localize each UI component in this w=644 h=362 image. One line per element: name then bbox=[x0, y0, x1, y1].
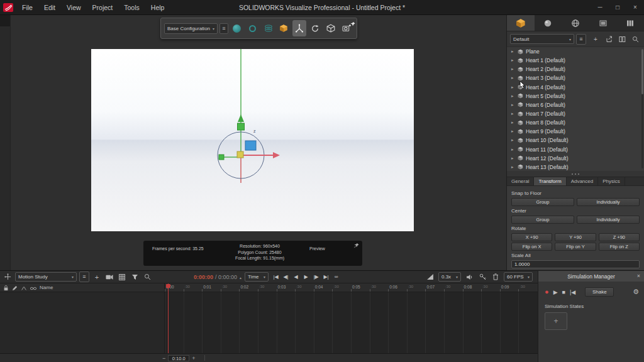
gizmo-x-handle[interactable] bbox=[219, 155, 224, 160]
add-camera-keyframe-button[interactable] bbox=[104, 272, 114, 282]
rotate-button[interactable]: Z +90 bbox=[599, 233, 640, 241]
scene-tree-item[interactable]: ▸ Heart 4 (Default) bbox=[507, 83, 644, 92]
left-panel-toggle[interactable] bbox=[0, 15, 10, 26]
shake-button[interactable]: Shake bbox=[585, 287, 614, 297]
tab-appearances[interactable] bbox=[535, 15, 562, 31]
edit-pencil-icon[interactable] bbox=[12, 282, 18, 293]
maximize-button[interactable]: □ bbox=[609, 0, 626, 15]
expand-arrow-icon[interactable]: ▸ bbox=[511, 120, 515, 125]
timeline-duration-input[interactable]: 0:10.0 bbox=[168, 355, 189, 361]
scene-tree-item[interactable]: ▸ Heart 3 (Default) bbox=[507, 74, 644, 82]
zoom-in-button[interactable]: + bbox=[192, 355, 195, 361]
configuration-select[interactable]: Base Configuration ▾ bbox=[164, 23, 218, 34]
expand-arrow-icon[interactable]: ▸ bbox=[511, 129, 515, 134]
keyframe-button[interactable] bbox=[477, 272, 487, 282]
gear-icon[interactable]: ⚙ bbox=[633, 288, 639, 296]
timeline-tracks[interactable] bbox=[165, 292, 538, 353]
audio-button[interactable] bbox=[464, 272, 474, 282]
flip-button[interactable]: Flip on X bbox=[511, 243, 552, 251]
sim-record-button[interactable]: ● bbox=[545, 289, 549, 295]
render-area[interactable]: z bbox=[91, 49, 414, 231]
go-to-start-button[interactable]: |◀ bbox=[271, 274, 280, 280]
time-expand-icon[interactable]: ▲ bbox=[239, 276, 242, 280]
expand-arrow-icon[interactable]: ▸ bbox=[511, 58, 515, 63]
timeline-ruler[interactable]: 0:00:300:01:300:02:300:03:300:04:300:05:… bbox=[165, 283, 538, 292]
toolbar-pin-button[interactable] bbox=[350, 18, 355, 30]
expand-arrow-icon[interactable]: ▸ bbox=[511, 147, 515, 152]
sim-skip-to-start-button[interactable]: |◀ bbox=[570, 289, 575, 295]
scene-tree-item[interactable]: ▸ Heart 11 (Default) bbox=[507, 145, 644, 154]
step-forward-button[interactable]: |▶ bbox=[311, 274, 321, 280]
snap-individually-button[interactable]: Individually bbox=[577, 198, 640, 206]
stats-pin-button[interactable] bbox=[353, 243, 359, 249]
close-button[interactable]: × bbox=[626, 0, 644, 15]
grid-view-button[interactable] bbox=[117, 272, 127, 282]
environment-tool-button[interactable] bbox=[230, 20, 244, 36]
simulation-manager-header[interactable]: Simulation Manager × bbox=[538, 271, 644, 282]
gizmo-y-handle[interactable] bbox=[238, 123, 245, 130]
expand-arrow-icon[interactable]: ▸ bbox=[511, 67, 515, 72]
expand-arrow-icon[interactable]: ▸ bbox=[511, 165, 515, 170]
link-icon[interactable] bbox=[30, 282, 36, 293]
appearance-stack-button[interactable] bbox=[262, 20, 275, 36]
delete-keyframe-button[interactable] bbox=[491, 272, 501, 282]
viewport[interactable]: z Frames per second: 35.25 Resolution: 9… bbox=[0, 15, 506, 270]
export-button[interactable] bbox=[603, 34, 614, 44]
scene-tree-item[interactable]: ▸ Heart 6 (Default) bbox=[507, 101, 644, 109]
menu-project[interactable]: Project bbox=[87, 0, 119, 15]
props-tab-transform[interactable]: Transform bbox=[534, 177, 566, 185]
search-button[interactable] bbox=[630, 34, 641, 44]
menu-file[interactable]: File bbox=[16, 0, 38, 15]
center-group-button[interactable]: Group bbox=[511, 216, 574, 224]
scene-tree-item[interactable]: ▸ Heart 10 (Default) bbox=[507, 136, 644, 145]
material-tool-button[interactable] bbox=[246, 20, 260, 36]
expand-arrow-icon[interactable]: ▸ bbox=[511, 156, 515, 161]
play-backward-button[interactable]: ◀ bbox=[291, 274, 301, 280]
time-mode-select[interactable]: Time ▾ bbox=[245, 272, 269, 282]
expand-arrow-icon[interactable]: ▸ bbox=[511, 138, 515, 143]
gizmo-x-arrow[interactable] bbox=[273, 152, 280, 158]
tree-scrollbar-thumb[interactable] bbox=[641, 49, 643, 94]
close-icon[interactable]: × bbox=[637, 271, 640, 282]
expand-arrow-icon[interactable]: ▸ bbox=[511, 94, 515, 99]
configuration-menu-button[interactable]: ≡ bbox=[219, 23, 228, 34]
playhead[interactable] bbox=[168, 283, 169, 353]
add-item-button[interactable]: + bbox=[590, 34, 601, 44]
rotate-button[interactable]: Y +90 bbox=[555, 233, 596, 241]
tree-scrollbar[interactable] bbox=[641, 49, 643, 168]
animation-curve-icon[interactable] bbox=[21, 282, 27, 293]
move-mode-button[interactable] bbox=[3, 272, 13, 282]
add-simulation-state-button[interactable]: + bbox=[545, 312, 567, 330]
expand-arrow-icon[interactable]: ▸ bbox=[511, 111, 515, 116]
scene-tree-item[interactable]: ▸ Heart 13 (Default) bbox=[507, 163, 644, 171]
tab-split-view[interactable] bbox=[616, 15, 644, 31]
transform-gizmo[interactable] bbox=[91, 49, 414, 231]
scene-tree-item[interactable]: ▸ Heart 1 (Default) bbox=[507, 56, 644, 65]
filter-tracks-button[interactable] bbox=[130, 272, 140, 282]
collection-select[interactable]: Default ▾ bbox=[510, 34, 574, 44]
scene-tree-item[interactable]: ▸ Heart 7 (Default) bbox=[507, 109, 644, 118]
scene-tree-item[interactable]: ▸ Heart 8 (Default) bbox=[507, 118, 644, 127]
ease-curve-button[interactable] bbox=[425, 272, 435, 282]
loop-button[interactable]: ∞ bbox=[331, 274, 341, 280]
props-tab-advanced[interactable]: Advanced bbox=[567, 177, 599, 185]
timeline-search-button[interactable] bbox=[142, 272, 152, 282]
scene-tree-item[interactable]: ▸ Heart 12 (Default) bbox=[507, 154, 644, 163]
motion-study-menu-button[interactable]: ≡ bbox=[79, 272, 89, 282]
panel-splitter[interactable] bbox=[507, 171, 644, 177]
scene-cube-button[interactable] bbox=[324, 20, 338, 36]
center-individually-button[interactable]: Individually bbox=[577, 216, 640, 224]
menu-help[interactable]: Help bbox=[145, 0, 170, 15]
step-back-button[interactable]: ◀| bbox=[281, 274, 291, 280]
props-tab-general[interactable]: General bbox=[507, 177, 534, 185]
scene-tree-item[interactable]: ▸ Heart 2 (Default) bbox=[507, 65, 644, 74]
playhead-handle[interactable] bbox=[166, 284, 170, 288]
expand-arrow-icon[interactable]: ▸ bbox=[511, 49, 515, 54]
play-button[interactable]: ▶ bbox=[301, 274, 311, 280]
add-motion-study-button[interactable]: + bbox=[92, 272, 102, 282]
expand-arrow-icon[interactable]: ▸ bbox=[511, 85, 515, 90]
scene-tree-item[interactable]: ▸ Heart 5 (Default) bbox=[507, 92, 644, 101]
fps-select[interactable]: 60 FPS ▾ bbox=[504, 272, 533, 282]
sim-play-button[interactable]: ▶ bbox=[553, 289, 558, 295]
rotate-button[interactable]: X +90 bbox=[511, 233, 552, 241]
